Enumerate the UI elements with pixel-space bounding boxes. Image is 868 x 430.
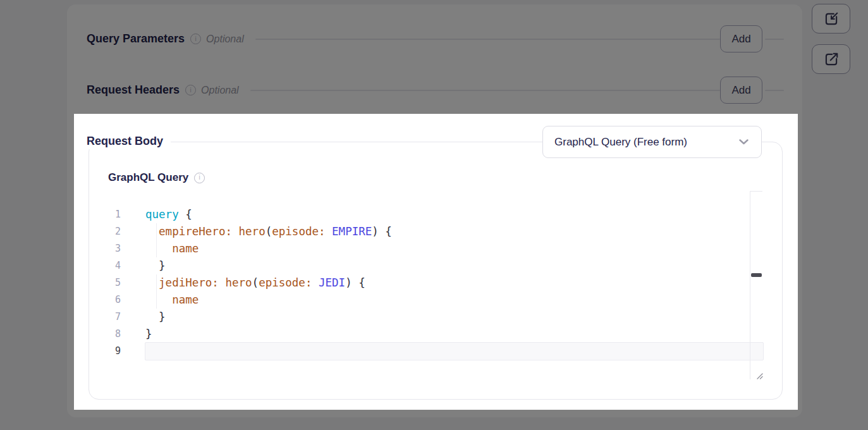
open-external-button[interactable] <box>812 44 850 74</box>
info-icon[interactable] <box>185 85 196 95</box>
code-line-text: empireHero: hero(episode: EMPIRE) { <box>121 223 392 240</box>
line-number: 7 <box>104 309 121 326</box>
line-number: 2 <box>104 223 121 240</box>
query-parameters-row: Query Parameters Optional Add <box>87 25 784 52</box>
editor-scrollbar[interactable] <box>750 191 762 379</box>
divider <box>250 90 720 91</box>
code-line[interactable]: 6 name <box>104 292 762 309</box>
editor-label-row: GraphQL Query <box>108 171 205 184</box>
info-icon[interactable] <box>190 34 201 44</box>
line-number: 4 <box>104 257 121 274</box>
info-icon[interactable] <box>194 173 205 183</box>
line-number: 9 <box>104 343 121 360</box>
line-number: 6 <box>104 292 121 309</box>
request-headers-title: Request Headers <box>87 83 180 97</box>
add-request-header-button[interactable]: Add <box>720 77 762 104</box>
line-number: 8 <box>104 326 121 343</box>
graphql-query-label: GraphQL Query <box>108 171 188 184</box>
code-line-text: name <box>121 240 199 257</box>
code-line[interactable]: 3 name <box>104 240 762 257</box>
code-line[interactable]: 5 jediHero: hero(episode: JEDI) { <box>104 274 762 292</box>
code-line-text <box>121 343 145 360</box>
request-body-title: Request Body <box>87 133 171 149</box>
code-line[interactable]: 4 } <box>104 257 762 274</box>
dim-overlay-left <box>0 114 74 410</box>
optional-label: Optional <box>201 85 239 96</box>
code-line-text: jediHero: hero(episode: JEDI) { <box>121 274 365 292</box>
code-line-text: query { <box>121 206 192 223</box>
code-line-text: } <box>121 257 166 274</box>
divider <box>765 90 784 91</box>
editor-resize-grip[interactable] <box>755 371 764 380</box>
code-line[interactable]: 8} <box>104 326 762 343</box>
body-type-selected-value: GraphQL Query (Free form) <box>554 136 739 149</box>
code-line-text: } <box>121 309 166 326</box>
code-line-text: name <box>121 292 199 309</box>
pop-in-editor-button[interactable] <box>812 4 850 34</box>
code-line-text: } <box>121 326 152 343</box>
add-query-parameter-button[interactable]: Add <box>720 25 762 52</box>
pop-in-editor-icon <box>823 11 840 27</box>
code-editor[interactable]: 1query {2 empireHero: hero(episode: EMPI… <box>104 206 762 360</box>
query-parameters-title: Query Parameters <box>87 32 185 46</box>
code-line[interactable]: 7 } <box>104 309 762 326</box>
code-line[interactable]: 1query { <box>104 206 762 223</box>
dim-overlay-right <box>798 114 868 410</box>
open-external-icon <box>823 51 840 68</box>
line-number: 1 <box>104 206 121 223</box>
line-number: 3 <box>104 240 121 257</box>
line-number: 5 <box>104 274 121 292</box>
code-line[interactable]: 9 <box>104 343 762 360</box>
divider <box>765 39 784 40</box>
request-headers-row: Request Headers Optional Add <box>87 77 784 104</box>
scrollbar-thumb[interactable] <box>751 273 762 277</box>
divider <box>255 39 720 40</box>
code-line[interactable]: 2 empireHero: hero(episode: EMPIRE) { <box>104 223 762 240</box>
chevron-down-icon <box>739 139 749 145</box>
body-type-select[interactable]: GraphQL Query (Free form) <box>542 126 762 158</box>
optional-label: Optional <box>206 34 244 45</box>
